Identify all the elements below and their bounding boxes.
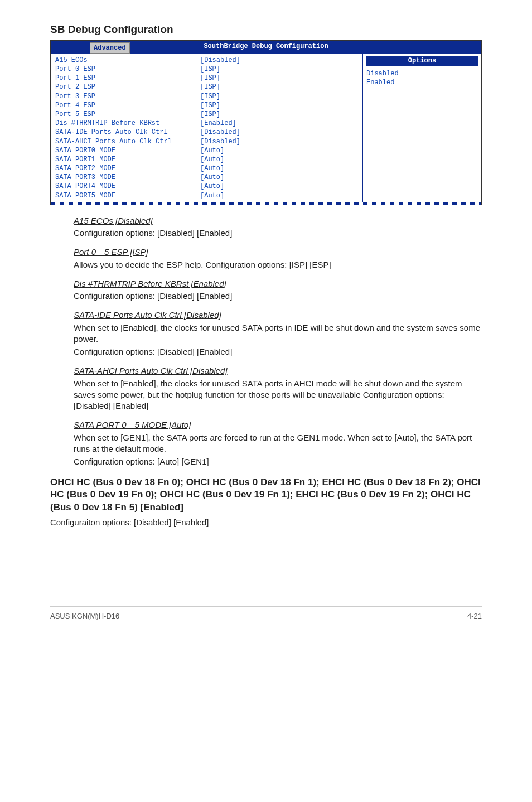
bios-row-value: [Enabled] [200,119,236,128]
bios-row-port0-esp: Port 0 ESP[ISP] [55,65,358,74]
bios-row-label: SATA-IDE Ports Auto Clk Ctrl [55,128,200,137]
bios-row-a15-ecos: A15 ECOs[Disabled] [55,56,358,65]
bios-row-sata-ahci: SATA-AHCI Ports Auto Clk Ctrl[Disabled] [55,137,358,146]
side-option-enabled: Enabled [366,78,478,87]
ohci-ehci-heading: OHCI HC (Bus 0 Dev 18 Fn 0); OHCI HC (Bu… [50,476,482,513]
bios-row-label: Port 4 ESP [55,101,200,110]
section-thrmtrip: Dis #THRMTRIP Before KBRst [Enabled] Con… [74,278,482,302]
bios-row-value: [ISP] [200,110,220,119]
section-title: Dis #THRMTRIP Before KBRst [Enabled] [74,278,482,289]
bios-row-port3-esp: Port 3 ESP[ISP] [55,92,358,101]
section-title: A15 ECOs [Disabled] [74,215,482,226]
section-sata-ahci: SATA-AHCI Ports Auto Clk Ctrl [Disabled]… [74,365,482,412]
bios-row-value: [ISP] [200,65,220,74]
bios-main: A15 ECOs[Disabled] Port 0 ESP[ISP] Port … [51,54,363,202]
section-title: SATA PORT 0—5 MODE [Auto] [74,419,482,431]
bios-row-sata-port5: SATA PORT5 MODE[Auto] [55,191,358,200]
bios-row-sata-port1: SATA PORT1 MODE[Auto] [55,155,358,164]
bios-row-port4-esp: Port 4 ESP[ISP] [55,101,358,110]
side-option-disabled: Disabled [366,69,478,78]
bios-row-value: [Auto] [200,191,224,200]
bios-row-value: [Auto] [200,173,224,182]
bios-row-port1-esp: Port 1 ESP[ISP] [55,74,358,83]
bios-row-sata-port0: SATA PORT0 MODE[Auto] [55,146,358,155]
section-body: Configuration options: [Disabled] [Enabl… [74,346,482,357]
section-body: When set to [Enabled], the clocks for un… [74,378,482,412]
bios-row-sata-port3: SATA PORT3 MODE[Auto] [55,173,358,182]
bios-row-label: A15 ECOs [55,56,200,65]
section-sata-ide: SATA-IDE Ports Auto Clk Ctrl [Disabled] … [74,310,482,357]
bios-row-value: [ISP] [200,92,220,101]
page-footer: ASUS KGN(M)H-D16 4-21 [50,606,482,621]
bios-row-label: SATA PORT0 MODE [55,146,200,155]
bios-row-port2-esp: Port 2 ESP[ISP] [55,83,358,91]
bios-row-value: [Auto] [200,164,224,173]
bios-row-value: [ISP] [200,74,220,83]
section-title: SATA-AHCI Ports Auto Clk Ctrl [Disabled] [74,365,482,376]
bios-row-port5-esp: Port 5 ESP[ISP] [55,110,358,119]
bios-row-label: SATA PORT3 MODE [55,173,200,182]
bios-row-value: [Disabled] [200,56,240,65]
bios-row-value: [Auto] [200,155,224,164]
bios-row-label: Dis #THRMTRIP Before KBRst [55,119,200,128]
section-body: Configuration options: [Disabled] [Enabl… [74,228,482,239]
bios-row-label: SATA PORT2 MODE [55,164,200,173]
bios-row-value: [ISP] [200,101,220,110]
bios-header: SouthBridge Debug Configuration Advanced [51,41,481,53]
bios-row-value: [Auto] [200,146,224,155]
options-header: Options [366,56,478,66]
bios-row-sata-port2: SATA PORT2 MODE[Auto] [55,164,358,173]
bios-tab-advanced: Advanced [90,42,130,54]
bios-row-label: SATA PORT5 MODE [55,191,200,200]
bios-row-label: SATA PORT4 MODE [55,182,200,191]
bios-row-sata-ide: SATA-IDE Ports Auto Clk Ctrl[Disabled] [55,128,358,137]
bios-body: A15 ECOs[Disabled] Port 0 ESP[ISP] Port … [51,53,481,202]
bios-row-label: Port 3 ESP [55,92,200,101]
section-title: Port 0—5 ESP [ISP] [74,247,482,258]
ohci-ehci-body: Configuraiton options: [Disabled] [Enabl… [50,517,482,528]
section-sata-port-mode: SATA PORT 0—5 MODE [Auto] When set to [G… [74,419,482,467]
section-body: Configuration options: [Auto] [GEN1] [74,456,482,467]
section-body: Configuration options: [Disabled] [Enabl… [74,291,482,302]
bios-row-thrmtrip: Dis #THRMTRIP Before KBRst[Enabled] [55,119,358,128]
bios-row-label: Port 0 ESP [55,65,200,74]
footer-left: ASUS KGN(M)H-D16 [50,611,119,621]
bios-row-label: Port 2 ESP [55,83,200,91]
bios-row-value: [Disabled] [200,128,240,137]
bios-row-value: [Disabled] [200,137,240,146]
footer-right: 4-21 [467,611,482,621]
bios-row-label: Port 5 ESP [55,110,200,119]
section-title: SATA-IDE Ports Auto Clk Ctrl [Disabled] [74,310,482,321]
bios-row-label: Port 1 ESP [55,74,200,83]
bios-row-label: SATA PORT1 MODE [55,155,200,164]
bios-row-sata-port4: SATA PORT4 MODE[Auto] [55,182,358,191]
section-a15-ecos: A15 ECOs [Disabled] Configuration option… [74,215,482,239]
bios-side: Options Disabled Enabled [363,54,481,202]
section-body: When set to [Enabled], the clocks for un… [74,322,482,345]
page-heading: SB Debug Configuration [50,22,482,37]
bios-row-label: SATA-AHCI Ports Auto Clk Ctrl [55,137,200,146]
section-port-esp: Port 0—5 ESP [ISP] Allows you to decide … [74,247,482,270]
bios-panel: SouthBridge Debug Configuration Advanced… [50,40,482,205]
section-body: Allows you to decide the ESP help. Confi… [74,259,482,270]
bios-row-value: [ISP] [200,83,220,91]
bios-row-value: [Auto] [200,182,224,191]
section-body: When set to [GEN1], the SATA ports are f… [74,432,482,455]
bios-divider [51,202,481,205]
